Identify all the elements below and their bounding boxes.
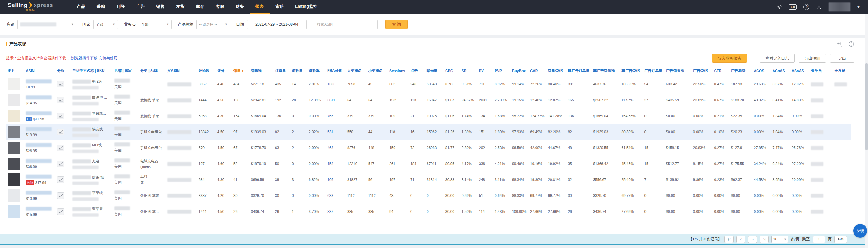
nav-item-9[interactable]: 财务 <box>230 0 250 13</box>
column-header-7[interactable]: 父ASIN <box>165 66 197 76</box>
cell-fba-stock[interactable]: 765 <box>326 108 345 124</box>
column-header-1[interactable]: 图片 <box>6 66 24 76</box>
product-tag-select[interactable]: -- 请选择 -- ▼ <box>196 20 230 29</box>
cell-fba-stock[interactable]: 633 <box>326 188 345 204</box>
column-header-2[interactable]: ASIN <box>24 66 55 76</box>
column-header-35[interactable]: 广告花费 <box>729 66 752 76</box>
table-row[interactable]: 热销$17.99胶条-银美国工谷无6844.3041$696.593936.82… <box>6 172 850 188</box>
nav-item-7[interactable]: 库存 <box>190 0 210 13</box>
column-header-14[interactable]: 退款率 <box>307 66 326 76</box>
table-row[interactable]: $19.99快充线...美国手机充电组合138424.5097$1939.038… <box>6 124 850 140</box>
column-header-26[interactable]: CVR <box>528 66 546 76</box>
table-row[interactable]: $26.95MFI快...美国手机充电组合5704.5067$1778.7063… <box>6 140 850 156</box>
plugin-download-link[interactable]: 浏览器插件下载 <box>71 56 98 60</box>
next-page-button[interactable]: > <box>748 236 757 243</box>
country-select[interactable]: 全部 ▼ <box>93 20 118 29</box>
column-header-23[interactable]: PV <box>477 66 493 76</box>
table-row[interactable]: $14.95白注塑 ...美国数据线 苹果14444.50198$2942.81… <box>6 92 850 108</box>
analysis-chart-button[interactable] <box>57 129 64 135</box>
table-row[interactable]: 10.99钩 2片美国38524.404845271.18435142.81%1… <box>6 76 850 92</box>
column-header-28[interactable]: 非广告订单量 <box>566 66 591 76</box>
first-page-button[interactable]: |< <box>724 236 734 243</box>
analysis-chart-button[interactable] <box>57 192 64 199</box>
column-header-13[interactable]: 退款量 <box>290 66 307 76</box>
column-header-31[interactable]: 广告订单量 <box>642 66 664 76</box>
column-header-9[interactable]: 评分 <box>215 66 232 76</box>
query-button[interactable]: 查 询 <box>385 20 408 29</box>
cell-fba-stock[interactable]: 837 <box>326 204 345 220</box>
column-header-29[interactable]: 非广告销售额 <box>591 66 619 76</box>
analysis-chart-button[interactable] <box>57 208 64 215</box>
feedback-button[interactable]: 反馈 <box>853 224 867 238</box>
analysis-chart-button[interactable] <box>57 113 64 119</box>
nav-item-11[interactable]: 索赔 <box>270 0 289 13</box>
analysis-chart-button[interactable] <box>57 81 64 87</box>
nav-item-8[interactable]: 客服 <box>210 0 230 13</box>
column-header-11[interactable]: 销售额 <box>249 66 273 76</box>
view-import-log-button[interactable]: 查看导入日志 <box>760 54 795 63</box>
export-detail-button[interactable]: 导出明细 <box>799 54 826 63</box>
column-header-6[interactable]: 分类 | 品牌 <box>138 66 165 76</box>
analysis-chart-button[interactable] <box>57 161 64 167</box>
analysis-chart-button[interactable] <box>57 97 64 103</box>
cell-fba-stock[interactable]: 3611 <box>326 92 345 108</box>
column-header-17[interactable]: 小类排名 <box>367 66 388 76</box>
nav-item-4[interactable]: 广告 <box>131 0 150 13</box>
column-header-18[interactable]: Sessions <box>388 66 409 76</box>
column-header-21[interactable]: CPC <box>443 66 460 76</box>
table-row[interactable]: $10.99苹果线...美国数据线 苹果33874.2030$329.70300… <box>6 188 850 204</box>
column-header-10[interactable]: 销量▼ <box>232 66 249 76</box>
analysis-chart-button[interactable] <box>57 176 64 183</box>
panel-help-icon[interactable] <box>848 41 854 47</box>
install-guide-link[interactable]: 安装与使用 <box>99 56 118 60</box>
column-header-16[interactable]: 大类排名 <box>345 66 367 76</box>
search-asin-input[interactable] <box>314 20 378 29</box>
shop-select[interactable]: ▼ <box>18 20 76 29</box>
column-header-15[interactable]: FBA可售 <box>326 66 345 76</box>
column-header-24[interactable]: PVP <box>493 66 510 76</box>
import-business-report-button[interactable]: 导入业务报告 <box>712 54 747 63</box>
nav-item-6[interactable]: 发货 <box>170 0 190 13</box>
column-header-32[interactable]: 广告销售额 <box>664 66 691 76</box>
nav-item-3[interactable]: 刊登 <box>111 0 131 13</box>
column-settings-gear-icon[interactable] <box>837 41 842 47</box>
settings-gear-icon[interactable] <box>777 4 782 10</box>
export-button[interactable]: 导出 <box>830 54 854 63</box>
page-size-select[interactable]: 20 ▼ <box>771 236 788 243</box>
column-header-8[interactable]: 评论数 <box>197 66 215 76</box>
column-header-12[interactable]: 订单量 <box>273 66 290 76</box>
nav-item-10[interactable]: 报表 <box>250 0 270 13</box>
nav-item-12[interactable]: Listing监控 <box>289 0 323 13</box>
user-menu-caret-icon[interactable]: ▼ <box>857 5 860 9</box>
previous-page-button[interactable]: < <box>736 236 745 243</box>
scrollbar-thumb[interactable] <box>865 63 868 150</box>
column-header-19[interactable]: 点击 <box>409 66 425 76</box>
go-button[interactable]: GO <box>834 236 847 243</box>
column-header-5[interactable]: 店铺 | 国家 <box>113 66 138 76</box>
cell-fba-stock[interactable]: 1303 <box>326 76 345 92</box>
cell-fba-stock[interactable]: 531 <box>326 124 345 140</box>
jump-page-input[interactable] <box>813 236 825 243</box>
last-page-button[interactable]: >| <box>760 236 769 243</box>
analysis-chart-button[interactable] <box>57 145 64 151</box>
nav-item-2[interactable]: 采购 <box>91 0 111 13</box>
nav-item-5[interactable]: 销售 <box>150 0 170 13</box>
column-header-39[interactable]: 业务员 <box>809 66 833 76</box>
column-header-20[interactable]: 曝光量 <box>425 66 443 76</box>
column-header-36[interactable]: ACOS <box>752 66 771 76</box>
column-header-3[interactable]: 分析 <box>55 66 70 76</box>
cell-fba-stock[interactable]: 158 <box>326 156 345 172</box>
cell-fba-stock[interactable]: 463 <box>326 140 345 156</box>
column-header-33[interactable]: 广告CVR <box>691 66 712 76</box>
help-icon[interactable]: ? <box>803 4 809 10</box>
user-avatar-icon[interactable] <box>816 4 822 10</box>
column-header-40[interactable]: 开发员 <box>833 66 850 76</box>
cell-fba-stock[interactable]: 105 <box>326 172 345 188</box>
column-header-4[interactable]: 产品中文名称 | SKU <box>70 66 113 76</box>
salesman-select[interactable]: 全部 ▼ <box>139 20 172 29</box>
column-header-34[interactable]: CTR <box>712 66 729 76</box>
nav-item-1[interactable]: 产品 <box>71 0 91 13</box>
table-row[interactable]: $36.99充电...美国电脑充电器Quntis1074.6052$1879.1… <box>6 156 850 172</box>
language-switch-icon[interactable]: En <box>789 4 797 10</box>
table-row[interactable]: $15.99蓝苹果...美国数据线 苹...14444.5026$436.742… <box>6 204 850 220</box>
